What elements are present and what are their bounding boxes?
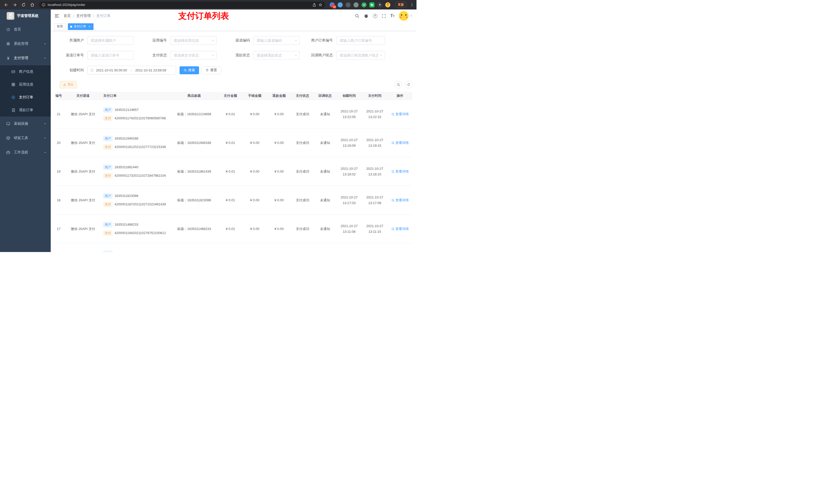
create-time: 13:17:03 bbox=[343, 200, 356, 206]
extension-icon-1[interactable]: 10 bbox=[330, 2, 335, 7]
extension-icon-5[interactable] bbox=[361, 2, 366, 7]
browser-reload-button[interactable] bbox=[20, 1, 27, 8]
toggle-search-button[interactable] bbox=[395, 81, 402, 88]
extension-icon-7[interactable] bbox=[377, 2, 382, 7]
breadcrumb: 首页 / 支付管理 / 支付订单 bbox=[64, 14, 111, 18]
view-detail-label: 查看详情 bbox=[396, 169, 409, 174]
breadcrumb-payment[interactable]: 支付管理 bbox=[76, 14, 91, 18]
cell-channel: 微信 JSAPI 支付 bbox=[66, 226, 100, 232]
sidebar-item-system[interactable]: 系统管理 bbox=[0, 37, 51, 51]
extension-icon-2[interactable] bbox=[338, 2, 343, 7]
app-logo-row[interactable]: 芋道管理系统 bbox=[0, 9, 51, 22]
merchant-tag: 商户 bbox=[103, 136, 113, 141]
pay-tag: 支付 bbox=[103, 116, 113, 121]
sidebar-item-infrastructure[interactable]: 基础设施 bbox=[0, 117, 51, 131]
filter-label: 商户订单编号 bbox=[300, 38, 336, 43]
pay-date: 2021-10-27 bbox=[366, 138, 383, 143]
sidebar-item-merchant-info[interactable]: 商户信息 bbox=[0, 65, 51, 78]
filter-label: 渠道订单号 bbox=[51, 53, 87, 57]
tab-home[interactable]: 首页 bbox=[54, 23, 65, 30]
export-button[interactable]: 导出 bbox=[60, 81, 77, 88]
hamburger-icon[interactable] bbox=[54, 13, 60, 19]
pay-time: 13:17:08 bbox=[368, 200, 381, 206]
notify-status-select[interactable] bbox=[337, 51, 385, 59]
sidebar-item-workflow[interactable]: 工作流程 bbox=[0, 145, 51, 160]
view-detail-link[interactable]: 查看详情 bbox=[391, 226, 409, 232]
pay-time: 13:22:15 bbox=[368, 115, 381, 120]
browser-menu-icon[interactable] bbox=[410, 3, 414, 7]
sidebar-item-home[interactable]: 首页 bbox=[0, 22, 51, 37]
user-avatar[interactable] bbox=[399, 11, 409, 21]
merchant-order-no-input[interactable] bbox=[337, 37, 385, 45]
tags-view-bar: 首页 支付订单 × bbox=[51, 22, 416, 31]
sidebar-item-app-info[interactable]: 应用信息 bbox=[0, 78, 51, 91]
sidebar-item-refund-order[interactable]: 退款订单 bbox=[0, 104, 51, 117]
browser-update-button[interactable]: 更新 bbox=[395, 2, 407, 8]
view-detail-link[interactable]: 查看详情 bbox=[391, 112, 409, 117]
app-select[interactable] bbox=[171, 37, 216, 45]
extension-icon-6[interactable] bbox=[370, 2, 375, 7]
briefcase-icon bbox=[6, 150, 11, 154]
date-range-picker[interactable]: 2021-10-01 00:00:00 - 2021-10-31 23:59:5… bbox=[87, 66, 176, 74]
forward-icon bbox=[13, 3, 17, 7]
col-pay-order: 支付订单 bbox=[100, 93, 170, 98]
view-detail-label: 查看详情 bbox=[396, 112, 409, 117]
browser-back-button[interactable] bbox=[3, 1, 10, 8]
col-channel: 支付渠道 bbox=[66, 93, 100, 98]
cell-title: 标题：1635311881439 bbox=[170, 169, 218, 174]
pay-time: 13:18:10 bbox=[368, 172, 381, 177]
refund-status-select[interactable] bbox=[254, 51, 300, 59]
close-icon[interactable]: × bbox=[88, 25, 91, 28]
view-detail-link[interactable]: 查看详情 bbox=[391, 198, 409, 203]
merchant-tag: 商户 bbox=[103, 165, 113, 170]
header-search-icon[interactable] bbox=[355, 14, 359, 18]
view-detail-link[interactable]: 查看详情 bbox=[391, 140, 409, 145]
extension-badge: 10 bbox=[333, 5, 336, 8]
help-icon[interactable]: ? bbox=[373, 14, 377, 18]
share-icon[interactable] bbox=[312, 3, 316, 7]
site-info-icon[interactable] bbox=[42, 3, 46, 7]
browser-forward-button[interactable] bbox=[11, 1, 19, 8]
refresh-table-button[interactable] bbox=[405, 81, 412, 88]
sidebar-item-payment[interactable]: 支付管理 bbox=[0, 51, 51, 65]
cell-pay-order: 商户 1635311823086 支付 42000011672021102710… bbox=[100, 193, 170, 207]
breadcrumb-home[interactable]: 首页 bbox=[64, 14, 71, 18]
reset-button-label: 重置 bbox=[210, 68, 217, 72]
app-title: 芋道管理系统 bbox=[17, 14, 39, 18]
fullscreen-icon[interactable] bbox=[382, 14, 386, 18]
sidebar-item-pay-order[interactable]: 支付订单 bbox=[0, 91, 51, 104]
bookmark-star-icon[interactable] bbox=[318, 3, 323, 7]
github-icon[interactable] bbox=[364, 14, 368, 19]
pay-status-select[interactable] bbox=[171, 51, 216, 59]
extension-icon-8[interactable] bbox=[385, 2, 390, 7]
table-row: 商户 1635311857867 支付 bbox=[55, 243, 412, 252]
sidebar-item-dev-tools[interactable]: 研发工具 bbox=[0, 131, 51, 145]
merchant-order-no: 1635311881440 bbox=[115, 165, 138, 170]
pay-tag: 支付 bbox=[103, 231, 113, 236]
cell-action: 查看详情 bbox=[387, 226, 412, 232]
cell-id: 20 bbox=[55, 140, 66, 145]
create-date: 2021-10-27 bbox=[341, 166, 358, 171]
font-size-icon[interactable]: TT bbox=[390, 14, 395, 18]
channel-code-select[interactable] bbox=[254, 37, 300, 45]
extension-icon-4[interactable] bbox=[354, 2, 359, 7]
cell-status: 支付成功 bbox=[291, 198, 314, 203]
reset-button[interactable]: 重置 bbox=[201, 66, 221, 74]
channel-order-no-input[interactable] bbox=[88, 51, 134, 59]
address-bar[interactable]: localhost:1024/pay/order bbox=[39, 2, 325, 8]
extension-icon-3[interactable] bbox=[346, 2, 351, 7]
chevron-down-icon bbox=[44, 137, 47, 140]
page-annotation-title: 支付订单列表 bbox=[178, 10, 229, 22]
tab-pay-order[interactable]: 支付订单 × bbox=[68, 23, 94, 30]
view-detail-link[interactable]: 查看详情 bbox=[391, 169, 409, 174]
cell-create-time: 2021-10-27 13:17:03 bbox=[336, 195, 362, 206]
search-button[interactable]: 搜索 bbox=[180, 66, 199, 74]
date-start: 2021-10-01 00:00:00 bbox=[96, 68, 127, 72]
sidebar-item-label: 支付管理 bbox=[14, 56, 28, 61]
table-header: 编号 支付渠道 支付订单 商品标题 支付金额 手续金额 退款金额 支付状态 回调… bbox=[55, 92, 412, 100]
filter-refund-status: 退款状态 bbox=[217, 51, 300, 60]
user-menu[interactable] bbox=[399, 11, 412, 21]
merchant-select[interactable] bbox=[88, 37, 134, 45]
aim-icon bbox=[11, 95, 16, 99]
browser-home-button[interactable] bbox=[29, 1, 36, 8]
